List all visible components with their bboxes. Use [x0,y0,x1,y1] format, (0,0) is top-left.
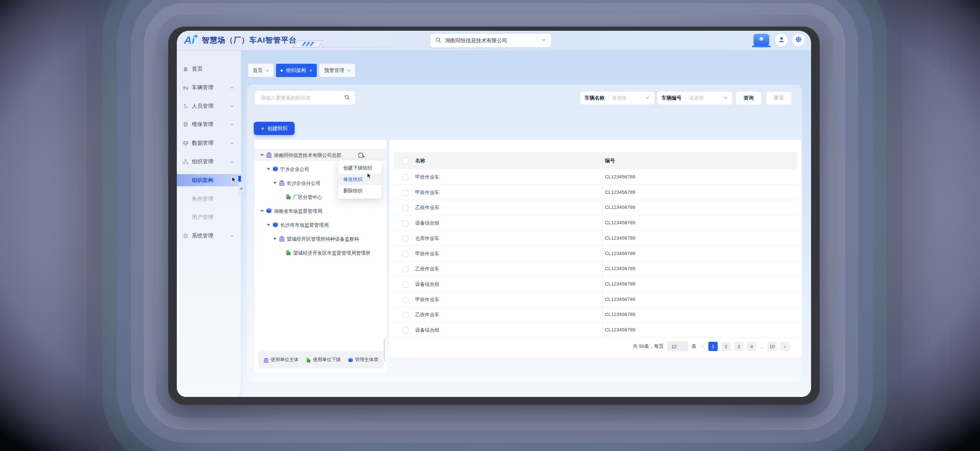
table-row[interactable]: 仓库作业车CL123456789 [394,231,797,246]
prev-page-button[interactable]: ‹ [700,343,705,350]
tab-首页[interactable]: 首页× [248,64,274,77]
cell-code: CL123456789 [605,235,635,241]
tree-node-湖南省市场监督管理局[interactable]: 湖南省市场监督管理局 [255,205,387,217]
column-header-code: 编号 [605,158,615,164]
org-search-input[interactable] [260,94,344,101]
tree-expand-caret-icon[interactable] [273,182,277,184]
cube-blue-icon [266,208,272,214]
row-checkbox[interactable] [402,297,408,303]
brand: Ai 智慧场（厂）车AI智管平台 [184,35,297,46]
tree-node-湖南同恒信息技术有限公司总部[interactable]: 湖南同恒信息技术有限公司总部 [255,149,387,161]
row-checkbox[interactable] [402,251,408,257]
workbench-button[interactable] [753,33,769,46]
search-icon[interactable] [344,94,350,102]
row-checkbox[interactable] [402,220,408,226]
add-suborg-icon[interactable] [358,151,365,159]
sidebar-item-label: 系统管理 [192,233,213,239]
tree-node-长沙市市场监督管理局[interactable]: 长沙市市场监督管理局 [255,219,387,231]
row-checkbox[interactable] [402,174,408,180]
sidebar: 首页车辆管理人员管理维保管理数据管理组织管理组织架构角色管理用户管理系统管理 [177,50,241,397]
tab-close-icon[interactable]: × [347,68,350,73]
table-row[interactable]: 乙班作业车CL123456789 [394,200,797,215]
context-menu-item-修改组织[interactable]: 修改组织 [338,174,382,185]
table-row[interactable]: 设备综合组CL123456789 [394,277,797,292]
sidebar-item-首页[interactable]: 首页 [177,63,241,75]
tab-close-icon[interactable]: × [266,68,269,73]
tab-close-icon[interactable]: × [309,68,312,73]
mouse-cursor [231,177,237,183]
table-row[interactable]: 甲班作业车CL123456789 [394,169,797,185]
tree-scrollbar[interactable] [384,339,385,361]
table-row[interactable]: 乙班作业车CL123456789 [394,307,797,322]
legend-label: 使用单位下级 [313,357,341,363]
next-page-button[interactable]: › [780,342,789,351]
chevron-down-icon [230,122,234,127]
row-checkbox[interactable] [402,282,408,288]
settings-button[interactable] [792,33,805,46]
table-row[interactable]: 设备综合组CL123456789 [394,322,797,338]
tab-组织架构[interactable]: 组织架构× [276,64,317,77]
tree-node-label: 湖南省市场监督管理局 [274,208,322,215]
select-all-checkbox[interactable] [402,158,408,164]
row-checkbox[interactable] [402,266,408,272]
sidebar-collapse-handle[interactable]: » [239,182,245,194]
tab-label: 预警管理 [324,67,344,74]
tree-expand-caret-icon[interactable] [273,238,277,240]
context-menu-item-创建下级组织[interactable]: 创建下级组织 [338,162,382,174]
sidebar-item-组织管理[interactable]: 组织管理 [177,155,241,167]
row-checkbox[interactable] [402,236,408,242]
tree-node-望城经济开发区市监督管理局管理所[interactable]: 望城经济开发区市监督管理局管理所 [255,247,387,259]
row-checkbox[interactable] [402,205,408,211]
cell-name: 设备综合组 [415,220,439,226]
cell-name: 乙班作业车 [415,312,439,318]
page-button-3[interactable]: 3 [734,342,743,351]
page-size-input[interactable]: 12 [667,341,688,351]
chevron-down-icon [230,234,234,238]
tree-expand-caret-icon[interactable] [260,210,264,212]
tab-预警管理[interactable]: 预警管理× [319,64,355,77]
table-row[interactable]: 乙班作业车CL123456789 [394,261,797,277]
create-org-button[interactable]: + 创建组织 [254,122,294,135]
query-button[interactable]: 查询 [736,92,761,105]
tree-expand-caret-icon[interactable] [267,224,270,226]
tree-expand-caret-icon[interactable] [267,168,270,170]
cell-code: CL123456789 [605,327,635,332]
row-checkbox[interactable] [402,312,408,318]
legend-使用单位主体: 使用单位主体 [263,357,299,363]
sidebar-item-维保管理[interactable]: 维保管理 [177,118,241,131]
sidebar-item-数据管理[interactable]: 数据管理 [177,137,241,149]
page-button-4[interactable]: 4 [747,342,756,351]
tree-node-望城经开区管理所特种设备监察科[interactable]: 望城经开区管理所特种设备监察科 [255,233,387,245]
building-green-icon [285,250,291,256]
table-row[interactable]: 甲班作业车CL123456789 [394,246,797,261]
row-checkbox[interactable] [402,190,408,196]
sidebar-item-用户管理[interactable]: 用户管理 [177,211,241,223]
table-row[interactable]: 甲班作业车CL123456789 [394,185,797,200]
table-row[interactable]: 甲班作业车CL123456789 [394,292,797,308]
row-checkbox[interactable] [402,327,408,333]
user-button[interactable] [775,33,788,46]
tree-node-label: 厂区分管中心 [293,194,322,201]
page-button-10[interactable]: 10 [767,342,777,351]
tree-expand-caret-icon[interactable] [260,154,264,156]
sidebar-item-角色管理[interactable]: 角色管理 [177,193,241,205]
cell-code: CL123456789 [605,266,635,271]
context-menu-item-删除组织[interactable]: 删除组织 [338,185,382,197]
vehicle-name-select[interactable]: 车辆名称 请选择 [580,92,654,105]
sidebar-item-车辆管理[interactable]: 车辆管理 [177,81,241,94]
plus-icon: + [261,125,264,131]
vehicle-code-select[interactable]: 车辆编号 请选择 [657,92,732,105]
reset-button[interactable]: 重置 [766,92,791,105]
tab-label: 组织架构 [286,67,306,74]
gear-icon [183,233,189,239]
org-select[interactable]: 湖南同恒信息技术有限公司 [430,33,551,47]
table-row[interactable]: 设备综合组CL123456789 [394,215,797,231]
create-org-label: 创建组织 [267,125,287,132]
page-button-2[interactable]: 2 [721,342,730,351]
cell-code: CL123456789 [605,174,635,180]
sidebar-item-人员管理[interactable]: 人员管理 [177,100,241,112]
cell-code: CL123456789 [605,296,635,302]
sidebar-item-系统管理[interactable]: 系统管理 [177,229,241,242]
page-button-1[interactable]: 1 [708,342,718,351]
cell-code: CL123456789 [605,220,635,225]
